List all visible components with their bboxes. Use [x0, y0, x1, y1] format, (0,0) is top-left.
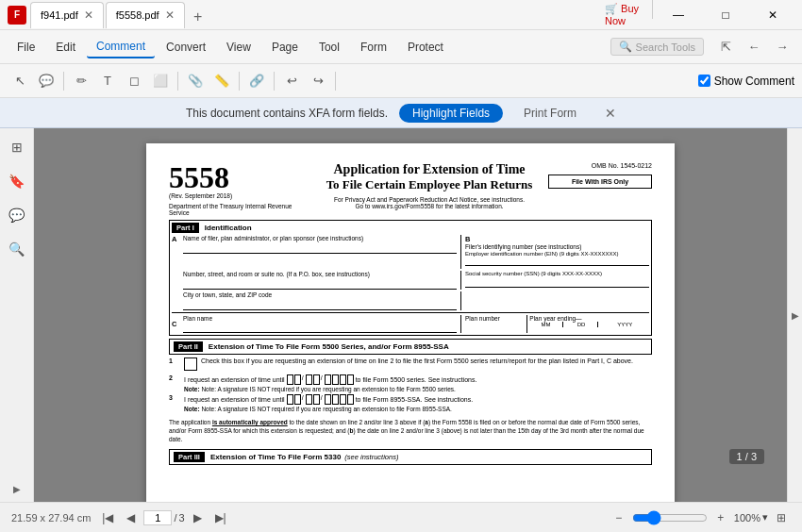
yyyy-label: YYYY [600, 322, 649, 327]
plan-year-label: Plan year ending— [529, 315, 649, 322]
tool-pencil[interactable]: ✏ [69, 69, 93, 93]
zoom-bar: − + 100% ▾ ⊞ [610, 508, 791, 527]
page-separator: / [174, 512, 176, 524]
title-bar: F f941.pdf ✕ f5558.pdf ✕ + 🛒 Buy Now — □… [0, 0, 802, 30]
pdf-page: 5558 (Rev. September 2018) Department of… [146, 143, 675, 502]
show-comment-checkbox[interactable] [698, 75, 710, 87]
highlight-fields-btn[interactable]: Highlight Fields [399, 104, 503, 123]
menu-convert[interactable]: Convert [157, 37, 215, 58]
page-badge: 1 / 3 [729, 449, 764, 464]
buy-now-btn[interactable]: 🛒 Buy Now [605, 0, 648, 30]
bottom-bar: 21.59 x 27.94 cm |◀ ◀ / 3 ▶ ▶| − + 100% … [0, 502, 802, 532]
prev-page-btn[interactable]: ◀ [121, 508, 140, 527]
item2-note: Note: A signature IS NOT required if you… [201, 386, 455, 392]
show-comment-label[interactable]: Show Comment [714, 75, 794, 88]
zoom-dropdown-btn[interactable]: ▾ [762, 511, 768, 524]
zoom-in-btn[interactable]: + [711, 508, 730, 527]
forward-btn[interactable]: → [770, 35, 794, 59]
search-tools-label: Search Tools [636, 42, 695, 53]
close-btn[interactable]: ✕ [751, 0, 794, 30]
app-icon: F [8, 6, 26, 25]
form-title-2: To File Certain Employee Plan Returns [318, 177, 541, 192]
field-c1: Plan name [183, 315, 457, 322]
sidebar-page-btn[interactable]: ⊞ [6, 136, 28, 158]
field-b1: Filer's identifying number (see instruct… [465, 243, 649, 250]
tool-stamp[interactable]: ⬜ [148, 69, 173, 93]
main-area: ⊞ 🔖 💬 🔍 ▶ 5558 (Rev. September 2018) Dep… [0, 128, 802, 502]
dept-label: Department of the Treasury Internal Reve… [169, 203, 310, 216]
menu-page[interactable]: Page [262, 37, 308, 58]
part1-label: Part I [172, 223, 199, 233]
notice-1: For Privacy Act and Paperwork Reduction … [318, 196, 541, 203]
menu-file[interactable]: File [8, 37, 44, 58]
last-page-btn[interactable]: ▶| [211, 508, 230, 527]
mm-label: MM [529, 322, 562, 327]
fit-page-btn[interactable]: ⊞ [772, 508, 791, 527]
next-page-btn[interactable]: ▶ [189, 508, 208, 527]
page-input[interactable] [143, 510, 172, 525]
right-arrow-btn[interactable]: ▶ [792, 310, 799, 321]
tab-f5558[interactable]: f5558.pdf ✕ [106, 2, 185, 28]
window-controls: 🛒 Buy Now — □ ✕ [605, 0, 794, 30]
sidebar-comment-btn[interactable]: 💬 [6, 204, 28, 226]
form-rev: (Rev. September 2018) [169, 192, 310, 199]
menu-form[interactable]: Form [351, 37, 396, 58]
minimize-btn[interactable]: — [657, 0, 700, 30]
tool-attach[interactable]: 📎 [183, 69, 208, 93]
tab-f941-label: f941.pdf [41, 9, 78, 21]
sidebar-bookmark-btn[interactable]: 🔖 [6, 170, 28, 192]
col-a: A [172, 235, 181, 243]
part3-note: (see instructions) [344, 453, 398, 461]
left-arrow-btn[interactable]: ▶ [13, 484, 21, 494]
tool-link[interactable]: 🔗 [244, 69, 269, 93]
field-a2: Number, street, and room or suite no. (I… [183, 271, 457, 277]
field-a3: City or town, state, and ZIP code [183, 291, 457, 298]
menu-edit[interactable]: Edit [46, 37, 85, 58]
tool-select[interactable]: ↖ [8, 69, 32, 93]
form-number: 5558 [169, 162, 310, 192]
xfa-message: This document contains XFA form fields. [186, 107, 388, 120]
tab-f941[interactable]: f941.pdf ✕ [30, 2, 104, 28]
page-nav: |◀ ◀ / 3 ▶ ▶| [98, 508, 229, 527]
back-btn[interactable]: ← [742, 35, 766, 59]
item2-num: 2 [169, 374, 180, 381]
item2-post: to file Form 5500 series. See instructio… [356, 376, 477, 383]
menu-protect[interactable]: Protect [398, 37, 453, 58]
menu-comment[interactable]: Comment [87, 36, 155, 58]
sidebar-search-btn[interactable]: 🔍 [6, 238, 28, 260]
tool-shape[interactable]: ◻ [122, 69, 146, 93]
zoom-out-btn[interactable]: − [610, 508, 628, 527]
new-tab-button[interactable]: + [187, 6, 209, 28]
col-c: C [172, 320, 181, 328]
dd-label: DD [565, 322, 598, 327]
omb-label: OMB No. 1545-0212 [548, 162, 652, 169]
plan-number-label: Plan number [465, 315, 525, 322]
search-icon: 🔍 [619, 41, 632, 53]
menu-bar: File Edit Comment Convert View Page Tool… [0, 30, 802, 64]
xfa-close-btn[interactable]: ✕ [605, 106, 616, 121]
menu-view[interactable]: View [217, 37, 260, 58]
external-link-btn[interactable]: ⇱ [713, 35, 738, 59]
zoom-slider[interactable] [632, 510, 708, 525]
tab-bar: f941.pdf ✕ f5558.pdf ✕ + [30, 2, 601, 28]
tab-f5558-close[interactable]: ✕ [165, 8, 175, 22]
col-b: B [465, 235, 470, 243]
first-page-btn[interactable]: |◀ [98, 508, 117, 527]
tool-comment[interactable]: 💬 [34, 69, 58, 93]
auto-approve-text: The application is automatically approve… [169, 418, 652, 443]
tool-arrow[interactable]: ↩ [279, 69, 304, 93]
show-comment-container: Show Comment [698, 75, 794, 88]
item2-pre: I request an extension of time until [184, 376, 285, 383]
maximize-btn[interactable]: □ [704, 0, 747, 30]
search-tools[interactable]: 🔍 Search Tools [610, 38, 704, 56]
tool-text[interactable]: T [95, 69, 120, 93]
item3-num: 3 [169, 394, 180, 401]
pdf-viewport[interactable]: 5558 (Rev. September 2018) Department of… [34, 128, 787, 502]
menu-tool[interactable]: Tool [309, 37, 349, 58]
left-sidebar: ⊞ 🔖 💬 🔍 ▶ [0, 128, 34, 502]
tool-measure[interactable]: 📏 [209, 69, 234, 93]
tab-f941-close[interactable]: ✕ [84, 8, 93, 22]
field-a1: Name of filer, plan administrator, or pl… [183, 235, 457, 241]
print-form-btn[interactable]: Print Form [514, 104, 586, 123]
tool-forward[interactable]: ↪ [306, 69, 330, 93]
